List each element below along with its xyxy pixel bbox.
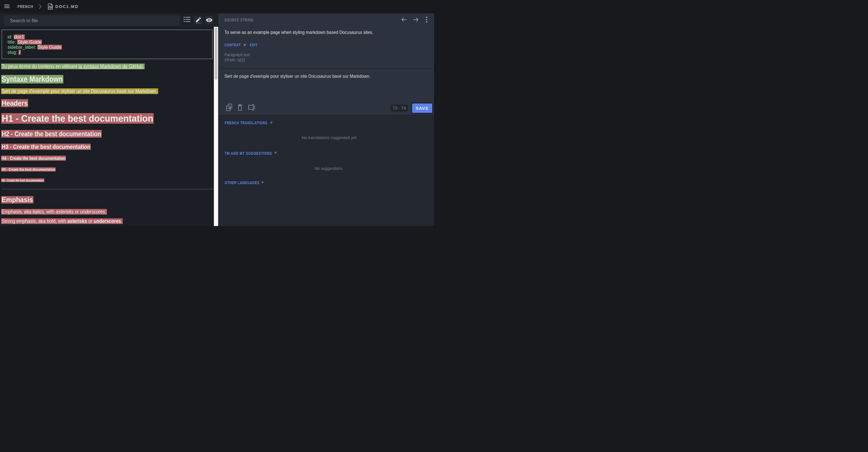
svg-text:M: M — [49, 6, 51, 8]
